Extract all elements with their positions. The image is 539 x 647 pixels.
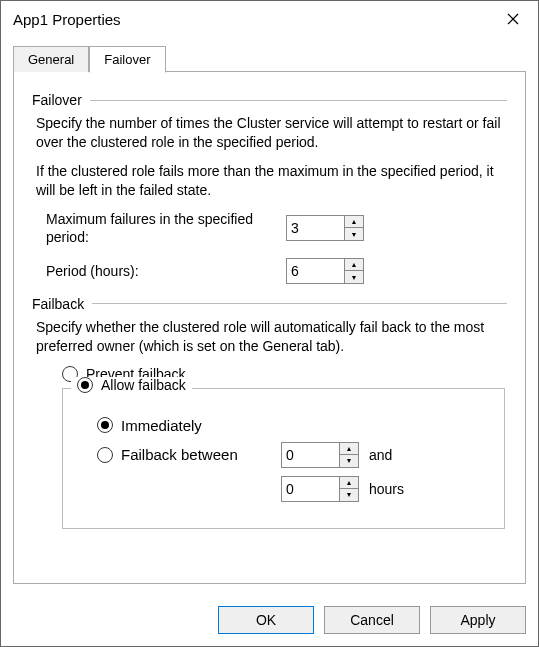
cancel-button[interactable]: Cancel [324, 606, 420, 634]
between-end-up[interactable]: ▲ [339, 476, 359, 490]
failover-desc-1: Specify the number of times the Cluster … [36, 114, 503, 152]
allow-failback-group: Allow failback Immediately Failback betw… [62, 388, 505, 529]
tab-failover[interactable]: Failover [89, 46, 165, 73]
period-input[interactable] [286, 258, 344, 284]
between-start-up[interactable]: ▲ [339, 442, 359, 456]
radio-icon [97, 417, 113, 433]
max-failures-row: Maximum failures in the specified period… [46, 210, 507, 246]
allow-failback-option[interactable]: Allow failback [71, 377, 192, 393]
window-title: App1 Properties [13, 11, 121, 28]
failback-desc: Specify whether the clustered role will … [36, 318, 503, 356]
between-end-spin: ▲ ▼ [281, 476, 359, 502]
properties-dialog: App1 Properties General Failover Failove… [0, 0, 539, 647]
failback-between-row: Failback between ▲ ▼ and [97, 442, 488, 468]
failback-between-end-row: ▲ ▼ hours [97, 476, 488, 502]
period-up[interactable]: ▲ [344, 258, 364, 272]
between-end-down[interactable]: ▼ [339, 489, 359, 502]
immediately-option[interactable]: Immediately [97, 417, 488, 434]
divider [92, 303, 507, 304]
between-end-input[interactable] [281, 476, 339, 502]
failover-desc-2: If the clustered role fails more than th… [36, 162, 503, 200]
tab-strip: General Failover [13, 45, 526, 72]
failback-heading: Failback [32, 296, 92, 312]
max-failures-label: Maximum failures in the specified period… [46, 210, 286, 246]
allow-failback-label: Allow failback [101, 377, 186, 393]
period-spin: ▲ ▼ [286, 258, 364, 284]
period-row: Period (hours): ▲ ▼ [46, 258, 507, 284]
failback-heading-row: Failback [32, 296, 507, 312]
between-start-input[interactable] [281, 442, 339, 468]
max-failures-down[interactable]: ▼ [344, 228, 364, 241]
radio-icon[interactable] [97, 447, 113, 463]
divider [90, 100, 507, 101]
close-button[interactable] [490, 2, 536, 36]
ok-button[interactable]: OK [218, 606, 314, 634]
max-failures-input[interactable] [286, 215, 344, 241]
tab-general[interactable]: General [13, 46, 89, 72]
failover-heading: Failover [32, 92, 90, 108]
dialog-button-row: OK Cancel Apply [1, 596, 538, 646]
period-down[interactable]: ▼ [344, 271, 364, 284]
failback-between-label[interactable]: Failback between [121, 446, 281, 463]
between-start-down[interactable]: ▼ [339, 455, 359, 468]
dialog-body: General Failover Failover Specify the nu… [1, 37, 538, 596]
titlebar: App1 Properties [1, 1, 538, 37]
and-label: and [369, 447, 392, 463]
period-label: Period (hours): [46, 262, 286, 280]
failover-heading-row: Failover [32, 92, 507, 108]
immediately-label: Immediately [121, 417, 202, 434]
between-start-spin: ▲ ▼ [281, 442, 359, 468]
max-failures-spin: ▲ ▼ [286, 215, 364, 241]
apply-button[interactable]: Apply [430, 606, 526, 634]
hours-label: hours [369, 481, 404, 497]
tab-panel-failover: Failover Specify the number of times the… [13, 71, 526, 584]
radio-icon [77, 377, 93, 393]
close-icon [507, 13, 519, 25]
max-failures-up[interactable]: ▲ [344, 215, 364, 229]
